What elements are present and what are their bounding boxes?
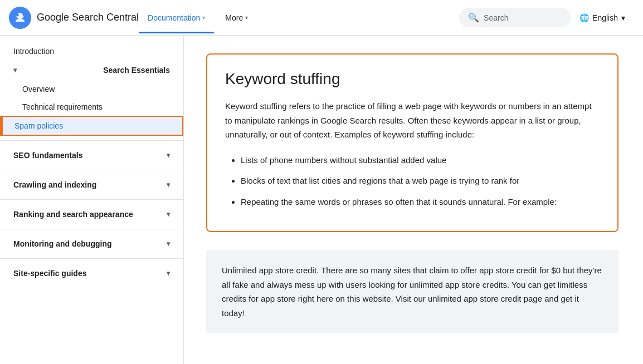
seo-chevron-icon: ▾ [167,151,170,159]
nav-more[interactable]: More ▾ [216,9,257,27]
nav-more-label: More [225,13,243,22]
logo-icon [9,7,31,29]
keyword-stuffing-list: Lists of phone numbers without substanti… [225,153,600,209]
logo[interactable]: Google Search Central [9,7,139,29]
keyword-stuffing-title: Keyword stuffing [225,70,600,88]
sidebar-divider-2 [0,170,183,170]
sidebar-seo-label: SEO fundamentals [13,151,82,160]
sidebar-introduction-label: Introduction [13,47,170,56]
search-icon: 🔍 [468,12,479,23]
keyword-stuffing-description: Keyword stuffing refers to the practice … [225,99,600,142]
page-layout: Introduction ▾ Search Essentials Overvie… [0,36,643,351]
globe-icon: 🌐 [579,13,589,22]
header: Google Search Central Documentation ▾ Mo… [0,0,643,36]
sidebar-item-introduction[interactable]: Introduction [0,42,183,60]
sidebar-site-specific-label: Site-specific guides [13,269,86,278]
nav-documentation[interactable]: Documentation ▾ [139,9,214,27]
svg-point-1 [17,14,19,16]
sidebar-section-site-specific[interactable]: Site-specific guides ▾ [0,263,183,283]
header-nav: Documentation ▾ More ▾ [139,9,459,27]
nav-documentation-label: Documentation [148,13,200,22]
ranking-chevron-icon: ▾ [167,210,170,218]
language-label: English [592,13,618,22]
site-specific-chevron-icon: ▾ [167,269,170,277]
sidebar-item-overview[interactable]: Overview [0,80,183,98]
sidebar-divider-3 [0,199,183,200]
more-chevron-icon: ▾ [245,14,248,21]
sidebar-search-essentials-label: Search Essentials [103,66,170,75]
list-item: Lists of phone numbers without substanti… [241,153,600,168]
example-text: Unlimited app store credit. There are so… [222,263,603,320]
sidebar-item-technical-requirements[interactable]: Technical requirements [0,98,183,116]
main-content: Keyword stuffing Keyword stuffing refers… [184,36,641,351]
documentation-chevron-icon: ▾ [202,14,205,21]
search-placeholder: Search [484,13,508,22]
sidebar-crawling-label: Crawling and indexing [13,180,96,189]
sidebar-section-ranking-search[interactable]: Ranking and search appearance ▾ [0,204,183,224]
monitoring-chevron-icon: ▾ [167,240,170,248]
logo-text: Google Search Central [37,12,139,23]
sidebar-section-crawling-indexing[interactable]: Crawling and indexing ▾ [0,175,183,195]
sidebar-ranking-label: Ranking and search appearance [13,210,133,219]
sidebar-spam-policies-label: Spam policies [14,121,169,130]
sidebar-section-seo-fundamentals[interactable]: SEO fundamentals ▾ [0,145,183,165]
list-item: Blocks of text that list cities and regi… [241,174,600,188]
sidebar-section-monitoring-debugging[interactable]: Monitoring and debugging ▾ [0,234,183,254]
sidebar-divider-4 [0,229,183,229]
sidebar-overview-label: Overview [22,85,55,94]
list-item: Repeating the same words or phrases so o… [241,195,600,209]
sidebar-divider-1 [0,140,183,141]
language-chevron-icon: ▾ [621,13,625,22]
sidebar-technical-label: Technical requirements [22,102,103,111]
sidebar-divider-5 [0,258,183,259]
search-bar[interactable]: 🔍 Search [459,8,571,27]
sidebar-monitoring-label: Monitoring and debugging [13,239,112,248]
sidebar-item-spam-policies[interactable]: Spam policies [0,116,183,136]
sidebar: Introduction ▾ Search Essentials Overvie… [0,36,184,351]
example-box: Unlimited app store credit. There are so… [206,250,618,333]
language-selector[interactable]: 🌐 English ▾ [571,9,634,27]
keyword-stuffing-box: Keyword stuffing Keyword stuffing refers… [206,53,618,232]
crawling-chevron-icon: ▾ [167,181,170,189]
sidebar-expand-icon: ▾ [13,66,17,74]
sidebar-section-search-essentials[interactable]: ▾ Search Essentials [0,60,183,80]
